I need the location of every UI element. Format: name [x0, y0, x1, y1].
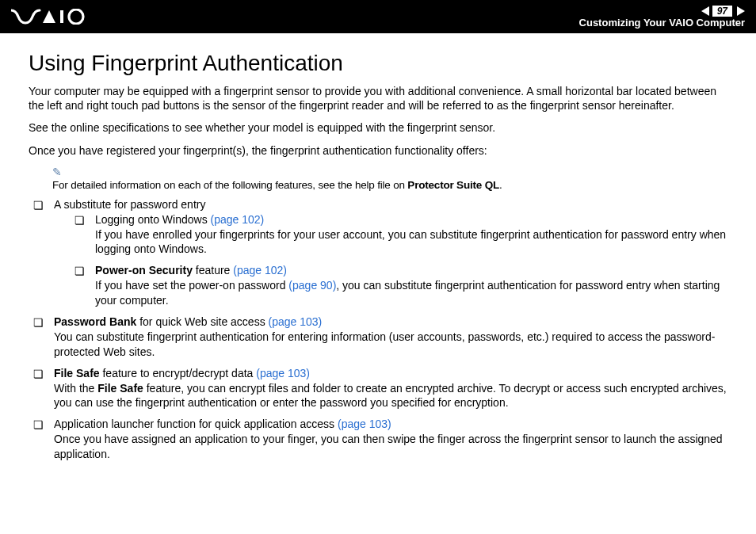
intro-paragraph-2: See the online specifications to see whe… [29, 120, 727, 135]
prev-page-arrow-icon[interactable] [701, 6, 709, 16]
next-page-arrow-icon[interactable] [737, 6, 745, 16]
vaio-logo [11, 0, 87, 33]
vaio-logo-svg [11, 9, 87, 25]
pager: 97 [701, 6, 745, 17]
note-block: ✎ For detailed information on each of th… [52, 166, 727, 191]
page-link[interactable]: (page 102) [233, 264, 287, 277]
feature-list: A substitute for password entry Logging … [33, 197, 727, 462]
page-title: Using Fingerprint Authentication [29, 51, 727, 76]
page-link[interactable]: (page 90) [288, 279, 336, 292]
page-content: Using Fingerprint Authentication Your co… [0, 33, 756, 476]
page-link[interactable]: (page 103) [269, 315, 323, 328]
note-text: For detailed information on each of the … [52, 179, 502, 191]
list-item: Password Bank for quick Web site access … [33, 315, 727, 360]
svg-point-1 [69, 10, 83, 24]
header-nav: 97 Customizing Your VAIO Computer [579, 6, 745, 29]
page-number: 97 [712, 6, 732, 17]
page-link[interactable]: (page 102) [211, 213, 265, 226]
note-icon: ✎ [52, 166, 62, 178]
page-link[interactable]: (page 103) [338, 418, 391, 430]
list-item: Logging onto Windows (page 102) If you h… [74, 212, 727, 257]
page-link[interactable]: (page 103) [256, 367, 310, 380]
intro-paragraph-3: Once you have registered your fingerprin… [29, 143, 727, 158]
list-item: Power-on Security feature (page 102) If … [74, 263, 727, 308]
list-item: Application launcher function for quick … [33, 417, 727, 462]
section-title: Customizing Your VAIO Computer [579, 17, 745, 29]
intro-paragraph-1: Your computer may be equipped with a fin… [29, 84, 727, 113]
header-bar: 97 Customizing Your VAIO Computer [0, 0, 756, 33]
list-item: File Safe feature to encrypt/decrypt dat… [33, 366, 727, 411]
list-item: A substitute for password entry Logging … [33, 197, 727, 308]
svg-rect-0 [60, 10, 63, 23]
